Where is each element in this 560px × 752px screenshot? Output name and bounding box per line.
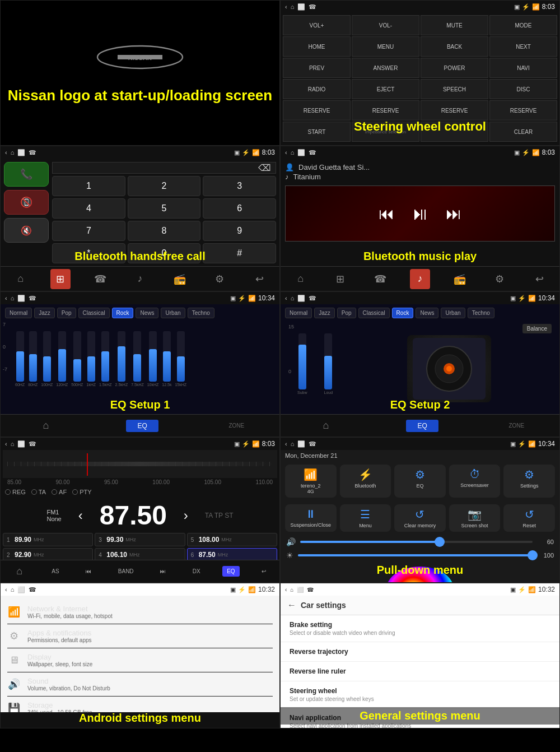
steer-btn-eject[interactable]: EJECT [352, 79, 419, 99]
eq1-bar-120hz[interactable]: 120HZ [56, 331, 68, 387]
radio-btn-band[interactable]: BAND [114, 566, 138, 577]
eq1-bar-1-5khz[interactable]: 1.5kHZ [99, 331, 112, 387]
btcall-nav-grid[interactable]: ⊞ [50, 269, 71, 289]
steer-btn-mode[interactable]: MODE [489, 15, 557, 35]
eq2-tab[interactable]: EQ [406, 420, 438, 432]
dial-key-8[interactable]: 8 [128, 221, 201, 241]
steer-btn-power[interactable]: POWER [421, 58, 488, 78]
steer-btn-reserve3[interactable]: RESERVE [421, 100, 488, 120]
eq1-nav-home[interactable]: ⌂ [36, 416, 56, 436]
pd-icon-screenshot[interactable]: 📷 Screen shot [449, 504, 501, 532]
gensettings-back-button[interactable]: ← [287, 600, 296, 610]
steer-btn-reserve4[interactable]: RESERVE [489, 100, 557, 120]
pd-volume-thumb[interactable] [435, 537, 445, 547]
radio-preset-3[interactable]: 3 99.30 MHz [95, 533, 185, 546]
settings-item-display[interactable]: 🖥 Display Wallpaper, sleep, font size [7, 648, 273, 672]
btmusic-nav-music[interactable]: ♪ [410, 269, 430, 289]
steer-btn-disc[interactable]: DISC [489, 79, 557, 99]
pd-icon-eq[interactable]: ⚙ EQ [394, 465, 446, 498]
steer-btn-vol-minus[interactable]: VOL- [352, 15, 419, 35]
eq2-balance-label[interactable]: Balance [522, 324, 552, 333]
dial-key-7[interactable]: 7 [52, 221, 125, 241]
eq1-preset-pop[interactable]: Pop [57, 308, 76, 318]
eq1-preset-news[interactable]: News [136, 308, 158, 318]
steer-btn-back[interactable]: BACK [421, 36, 488, 57]
dial-key-5[interactable]: 5 [128, 198, 201, 219]
btmusic-nav-phone2[interactable]: ☎ [370, 269, 390, 289]
pd-icon-suspend[interactable]: ⏸ Suspension/Close [285, 504, 337, 532]
gensettings-item-steering[interactable]: Steering wheel Set or update steering wh… [281, 681, 559, 708]
pd-icon-clear-memory[interactable]: ↺ Clear memory [394, 504, 446, 532]
radio-btn-next-track[interactable]: ⏭ [156, 566, 170, 577]
steer-btn-vol-plus[interactable]: VOL+ [283, 15, 351, 35]
eq2-preset-rock[interactable]: Rock [392, 308, 414, 318]
eq2-bar-subw[interactable]: Subw [297, 333, 307, 394]
eq1-tab[interactable]: EQ [126, 420, 158, 432]
settings-item-network[interactable]: 📶 Network & Internet Wi-Fi, mobile, data… [7, 600, 273, 624]
eq1-bar-12-5khz[interactable]: 12.5k [162, 331, 171, 387]
gensettings-item-reverse-line[interactable]: Reverse line ruler [281, 662, 559, 681]
radio-btn-dx[interactable]: DX [188, 566, 205, 577]
eq2-preset-pop[interactable]: Pop [337, 308, 356, 318]
call-mute-button[interactable]: 🔇 [4, 218, 49, 243]
radio-freq-up-button[interactable]: › [176, 505, 196, 526]
pd-icon-screensaver[interactable]: ⏱ Screen­saver [449, 465, 501, 498]
eq1-bar-2-5khz[interactable]: 2.5kHZ [115, 331, 128, 387]
eq1-preset-classical[interactable]: Classical [78, 308, 110, 318]
eq2-preset-normal[interactable]: Normal [285, 308, 312, 318]
music-next-button[interactable]: ⏭ [446, 205, 461, 223]
eq1-bar-15khz[interactable]: 15kHZ [175, 331, 186, 387]
dial-key-3[interactable]: 3 [203, 176, 276, 196]
btmusic-nav-back2[interactable]: ↩ [529, 269, 549, 289]
call-end-button[interactable]: 📵 [4, 190, 49, 215]
btcall-nav-back2[interactable]: ↩ [249, 269, 269, 289]
steer-btn-answer[interactable]: ANSWER [352, 58, 419, 78]
eq1-bar-10khz[interactable]: 10kHZ [147, 331, 159, 387]
music-play-button[interactable]: ⏯ [411, 203, 429, 224]
pd-icon-menu[interactable]: ☰ Menu [340, 504, 391, 532]
pd-brightness-thumb[interactable] [528, 550, 538, 560]
steer-btn-prev[interactable]: PREV [283, 58, 351, 78]
eq1-bar-100hz[interactable]: 100HZ [41, 331, 53, 387]
radio-btn-eq[interactable]: EQ [222, 566, 239, 577]
eq1-bar-1khz[interactable]: 1kHZ [86, 331, 96, 387]
settings-item-apps[interactable]: ⚙ Apps & notifications Permissions, defa… [7, 624, 273, 648]
eq2-preset-classical[interactable]: Classical [358, 308, 390, 318]
btcall-nav-music[interactable]: ♪ [130, 269, 150, 289]
steer-btn-reserve1[interactable]: RESERVE [283, 100, 351, 120]
pd-brightness-slider[interactable] [298, 554, 533, 556]
radio-preset-1[interactable]: 1 89.90 MHz [3, 533, 93, 546]
eq1-bar-500hz[interactable]: 500HZ [71, 331, 83, 387]
radio-opt-ta[interactable]: TA [31, 489, 46, 495]
radio-freq-down-button[interactable]: ‹ [71, 505, 91, 526]
eq2-preset-jazz[interactable]: Jazz [314, 308, 335, 318]
eq1-bar-60hz[interactable]: 60HZ [15, 331, 25, 387]
eq1-bar-7-5khz[interactable]: 7.5kHZ [131, 331, 144, 387]
steer-btn-reserve2[interactable]: RESERVE [352, 100, 419, 120]
radio-preset-5[interactable]: 5 108.00 MHz [187, 533, 277, 546]
radio-opt-pty[interactable]: PTY [72, 489, 91, 495]
btcall-nav-settings2[interactable]: ⚙ [209, 269, 230, 289]
steer-btn-mute[interactable]: MUTE [421, 15, 488, 35]
radio-btn-prev-track[interactable]: ⏮ [81, 566, 96, 577]
pd-icon-reset[interactable]: ↺ Reset [503, 504, 555, 532]
call-answer-button[interactable]: 📞 [4, 162, 49, 187]
gensettings-item-reverse-traj[interactable]: Reverse trajectory [281, 642, 559, 662]
dial-key-1[interactable]: 1 [52, 176, 125, 196]
steer-btn-menu[interactable]: MENU [352, 36, 419, 57]
dial-key-9[interactable]: 9 [203, 221, 276, 241]
steer-btn-radio[interactable]: RADIO [283, 79, 351, 99]
dial-key-4[interactable]: 4 [52, 198, 125, 219]
btmusic-nav-settings2[interactable]: ⚙ [489, 269, 510, 289]
pd-volume-slider[interactable] [300, 541, 533, 543]
btcall-nav-home[interactable]: ⌂ [11, 269, 31, 289]
pd-icon-wifi[interactable]: 📶 tereno_24G [285, 465, 337, 498]
btmusic-nav-grid[interactable]: ⊞ [330, 269, 351, 289]
eq1-preset-rock[interactable]: Rock [112, 308, 134, 318]
radio-opt-reg[interactable]: REG [5, 489, 26, 495]
eq1-preset-jazz[interactable]: Jazz [34, 308, 55, 318]
gensettings-item-brake[interactable]: Brake setting Select or disable watch vi… [281, 615, 559, 642]
steer-btn-home[interactable]: HOME [283, 36, 351, 57]
btmusic-nav-home[interactable]: ⌂ [291, 269, 311, 289]
eq2-preset-news[interactable]: News [416, 308, 438, 318]
